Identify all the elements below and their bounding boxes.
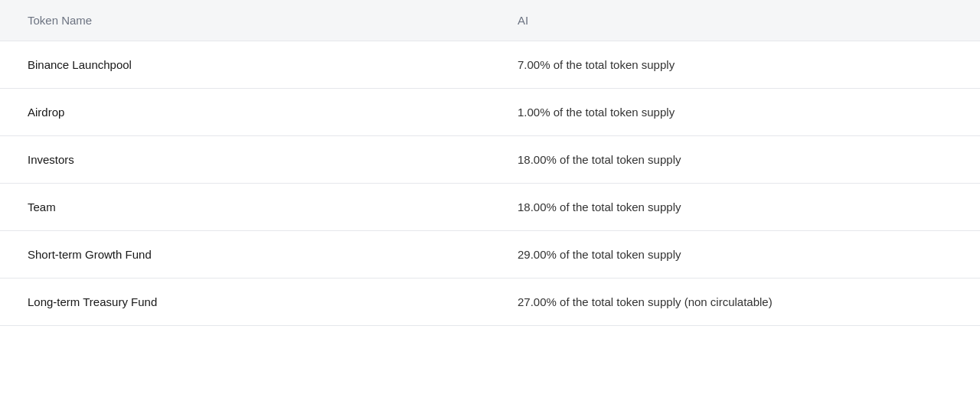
column-header-token-name: Token Name: [0, 0, 490, 41]
token-value-cell: 1.00% of the total token supply: [490, 89, 980, 136]
token-distribution-table: Token Name AI Binance Launchpool7.00% of…: [0, 0, 980, 326]
token-value-cell: 27.00% of the total token supply (non ci…: [490, 279, 980, 326]
token-name-cell: Airdrop: [0, 89, 490, 136]
table-row: Long-term Treasury Fund27.00% of the tot…: [0, 279, 980, 326]
token-name-cell: Investors: [0, 136, 490, 184]
token-value-cell: 18.00% of the total token supply: [490, 136, 980, 184]
token-name-cell: Team: [0, 184, 490, 231]
token-name-cell: Short-term Growth Fund: [0, 231, 490, 279]
table-row: Team18.00% of the total token supply: [0, 184, 980, 231]
table-row: Airdrop1.00% of the total token supply: [0, 89, 980, 136]
table-row: Binance Launchpool7.00% of the total tok…: [0, 41, 980, 89]
token-name-cell: Long-term Treasury Fund: [0, 279, 490, 326]
token-name-cell: Binance Launchpool: [0, 41, 490, 89]
token-value-cell: 7.00% of the total token supply: [490, 41, 980, 89]
token-value-cell: 29.00% of the total token supply: [490, 231, 980, 279]
table-header-row: Token Name AI: [0, 0, 980, 41]
table-row: Investors18.00% of the total token suppl…: [0, 136, 980, 184]
token-value-cell: 18.00% of the total token supply: [490, 184, 980, 231]
table-row: Short-term Growth Fund29.00% of the tota…: [0, 231, 980, 279]
column-header-ai: AI: [490, 0, 980, 41]
